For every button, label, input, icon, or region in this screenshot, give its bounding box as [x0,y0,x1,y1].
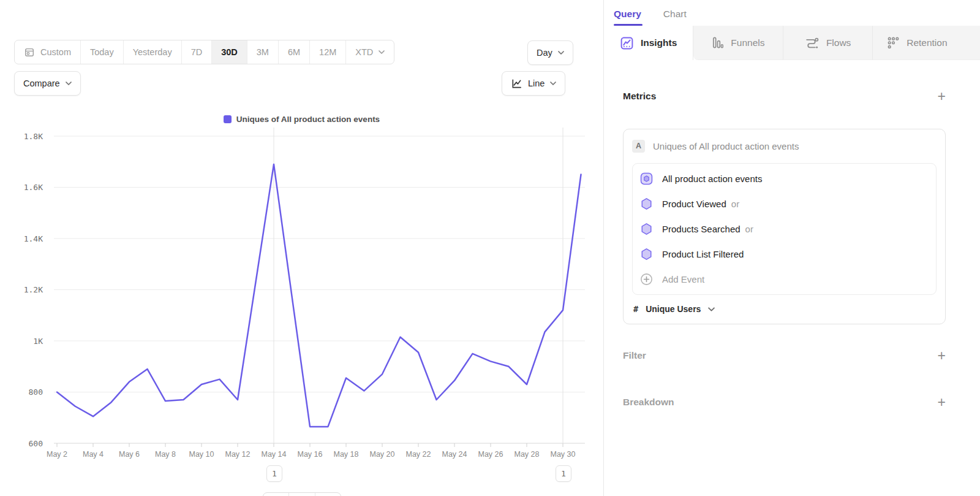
y-axis-label: 800 [29,387,43,397]
x-axis-label: May 10 [189,450,214,459]
y-axis-label: 1K [33,337,43,346]
event-name: Product List Filtered [662,249,744,259]
add-filter-button[interactable]: + [938,350,946,361]
range-label: XTD [355,47,373,57]
event-row[interactable]: All product action events [633,166,936,191]
chevron-down-icon [558,51,564,55]
range-button-yesterday[interactable]: Yesterday [123,40,181,64]
add-event-button[interactable]: Add Event [633,267,936,292]
chevron-down-icon [379,50,385,54]
report-tabs-filler [962,26,980,60]
filter-title: Filter [623,350,646,361]
report-tab-retention[interactable]: Retention [872,26,962,60]
chevron-down-icon [550,82,556,85]
filter-section: Filter + [623,350,946,361]
range-button-30d[interactable]: 30D [211,40,247,64]
x-axis-label: May 14 [262,450,287,459]
chart-type-label: Line [528,78,545,88]
events-list: All product action eventsProduct Viewedo… [632,163,937,295]
report-tab-flows[interactable]: Flows [783,26,872,60]
report-type-tabs: InsightsFunnelsFlowsRetention [604,26,980,60]
funnels-icon [711,36,724,50]
add-metric-button[interactable]: + [938,91,946,102]
metric-card-header[interactable]: A Uniques of All product action events [632,137,937,155]
tab-query[interactable]: Query [614,9,641,26]
event-hexagon-icon [640,197,653,210]
range-label: 7D [191,47,203,57]
metric-letter-badge: A [632,140,645,153]
annotation-badge[interactable]: 1 [556,465,571,482]
range-button-xtd[interactable]: XTD [345,40,394,64]
chevron-down-icon [66,82,72,85]
range-button-7d[interactable]: 7D [181,40,212,64]
compare-dropdown[interactable]: Compare [14,71,81,96]
range-label: Yesterday [133,47,172,57]
tab-chart[interactable]: Chart [663,9,687,26]
add-event-icon [640,273,653,286]
breakdown-section: Breakdown + [623,397,946,408]
event-row[interactable]: Products Searchedor [633,216,936,242]
x-axis-label: May 18 [334,450,359,459]
report-tab-insights[interactable]: Insights [604,26,693,60]
mixpanel-insights-app: CustomTodayYesterday7D30D3M6M12MXTD Day … [0,0,980,496]
chart-line[interactable] [57,164,581,427]
range-label: 6M [288,47,300,57]
x-axis-label: May 30 [551,450,576,459]
x-axis-label: May 22 [406,450,431,459]
hash-icon: # [633,304,638,314]
chart-type-dropdown[interactable]: Line [502,71,565,96]
add-event-label: Add Event [662,274,704,284]
event-hexagon-icon [640,248,653,261]
date-range-group: CustomTodayYesterday7D30D3M6M12MXTD [14,40,394,64]
add-breakdown-button[interactable]: + [938,397,946,408]
aggregation-selector[interactable]: # Unique Users [633,304,935,314]
chevron-down-icon [708,307,715,311]
annotation-badge[interactable]: 1 [266,465,282,482]
y-axis-label: 1.8K [24,132,43,141]
breakdown-title: Breakdown [623,397,674,408]
x-axis-label: May 24 [442,450,467,459]
granularity-label: Day [537,48,552,58]
report-tab-label: Insights [641,37,677,48]
panel-tab-bar: Query Chart [604,0,980,26]
range-button-today[interactable]: Today [80,40,123,64]
event-row[interactable]: Product List Filtered [633,242,936,267]
x-axis-label: May 12 [225,450,251,459]
query-panel: Query Chart InsightsFunnelsFlowsRetentio… [603,0,980,496]
range-label: 12M [319,47,336,57]
granularity-dropdown[interactable]: Day [527,40,573,65]
x-axis-label: May 8 [155,450,176,459]
flows-icon [804,36,820,49]
aggregation-label: Unique Users [646,304,701,314]
metric-title: Uniques of All product action events [653,141,799,151]
range-label: 3M [257,47,269,57]
event-hexagon-icon [640,223,653,235]
event-name: Product Viewed [662,199,726,209]
x-axis-label: May 6 [119,450,140,459]
range-button-6m[interactable]: 6M [278,40,309,64]
retention-icon [887,36,900,50]
line-chart: 6008001K1.2K1.4K1.6K1.8KMay 2May 4May 6M… [0,110,603,496]
metrics-header: Metrics + [623,91,946,102]
x-axis-label: May 2 [47,450,67,459]
chart-canvas: 6008001K1.2K1.4K1.6K1.8KMay 2May 4May 6M… [0,110,603,496]
range-button-3m[interactable]: 3M [247,40,278,64]
range-label: Custom [40,47,71,57]
report-tab-funnels[interactable]: Funnels [693,26,782,60]
insights-icon [620,36,634,50]
report-tab-label: Funnels [731,37,764,48]
event-name: All product action events [662,174,762,184]
range-button-custom[interactable]: Custom [15,40,80,64]
range-label: 30D [221,47,238,57]
metrics-title: Metrics [623,91,656,102]
event-name: Products Searched [662,224,741,234]
x-axis-label: May 28 [514,450,540,459]
y-axis-label: 1.2K [24,285,43,294]
x-axis-label: May 20 [370,450,395,459]
report-tab-label: Retention [907,37,947,48]
range-button-12m[interactable]: 12M [309,40,345,64]
event-or-suffix: or [731,199,739,209]
calendar-icon [24,47,35,58]
x-axis-label: May 16 [298,450,323,459]
event-row[interactable]: Product Viewedor [633,191,936,216]
